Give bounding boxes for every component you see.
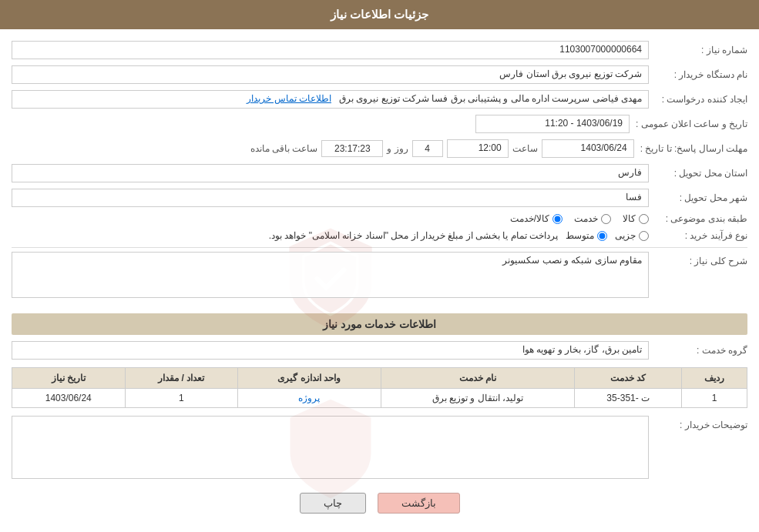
col-quantity: تعداد / مقدار [125,368,237,389]
need-number-label: شماره نیاز : [655,45,747,55]
department-label: نام دستگاه خریدار : [655,69,747,80]
announce-row: تاریخ و ساعت اعلان عمومی : 1403/06/19 - … [12,115,747,133]
category-option-kala: کالا [623,213,649,224]
remaining-time-group: 1403/06/24 ساعت 12:00 4 روز و 23:17:23 س… [250,139,634,158]
reply-deadline-row: مهلت ارسال پاسخ: تا تاریخ : 1403/06/24 س… [12,139,747,158]
creator-row: ایجاد کننده درخواست : مهدی فیاضی سرپرست … [12,90,747,109]
city-value: فسا [12,189,649,207]
process-motavasset-label: متوسط [566,230,594,241]
cell-service-name: تولید، انتقال و توزیع برق [381,389,575,408]
back-button[interactable]: بازگشت [378,493,460,514]
creator-label: ایجاد کننده درخواست : [655,94,747,105]
need-number-value: 1103007000000664 [12,41,649,59]
col-service-name: نام خدمت [381,368,575,389]
category-option-khadamat: خدمت [574,213,611,224]
reply-deadline-label: مهلت ارسال پاسخ: تا تاریخ : [640,143,747,154]
category-kala-khadamat-label: کالا/خدمت [510,213,549,224]
buyer-notes-label: توضیحات خریدار : [655,420,747,430]
process-option-motavasset: متوسط [566,230,607,241]
reply-remaining-label: ساعت باقی مانده [250,143,318,154]
creator-contact-link[interactable]: اطلاعات تماس خریدار [247,93,331,104]
process-label: نوع فرآیند خرید : [655,230,747,241]
service-group-value: تامین برق، گاز، بخار و تهویه هوا [12,341,649,360]
description-label: شرح کلی نیاز : [655,256,747,266]
process-radio-motavasset[interactable] [597,231,607,241]
reply-time-label: ساعت [512,143,538,154]
cell-date: 1403/06/24 [12,389,126,408]
main-content: شماره نیاز : 1103007000000664 نام دستگاه… [0,29,759,532]
buttons-row: بازگشت چاپ [12,493,747,514]
process-jozi-label: جزیی [615,230,636,241]
reply-date-value: 1403/06/24 [542,139,634,158]
description-value: مقاوم سازی شبکه و نصب سکسیونر [12,252,649,298]
page-title: جزئیات اطلاعات نیاز [331,8,428,21]
cell-row-num: 1 [682,389,747,408]
announce-label: تاریخ و ساعت اعلان عمومی : [636,119,747,129]
services-table-section: ردیف کد خدمت نام خدمت واحد اندازه گیری ت… [12,367,747,408]
reply-time-value: 12:00 [447,139,509,158]
description-row: شرح کلی نیاز : مقاوم سازی شبکه و نصب سکس… [12,252,747,306]
creator-text: مهدی فیاضی سرپرست اداره مالی و پشتیبانی … [339,93,642,104]
category-khadamat-label: خدمت [574,213,598,224]
cell-quantity: 1 [125,389,237,408]
process-row: نوع فرآیند خرید : جزیی متوسط پرداخت تمام… [12,230,747,241]
announce-value: 1403/06/19 - 11:20 [475,115,630,133]
reply-days-value: 4 [412,140,443,157]
category-kala-label: کالا [623,213,636,224]
col-date: تاریخ نیاز [12,368,126,389]
col-service-code: کد خدمت [575,368,682,389]
reply-remaining-value: 23:17:23 [321,140,383,157]
city-label: شهر محل تحویل : [655,192,747,203]
page-wrapper: جزئیات اطلاعات نیاز شماره نیاز : 1103007… [0,0,759,532]
category-label: طبقه بندی موضوعی : [655,213,747,224]
col-row-num: ردیف [682,368,747,389]
process-radio-jozi[interactable] [639,231,649,241]
buyer-notes-row: توضیحات خریدار : [12,416,747,481]
cell-service-code: ت -351-35 [575,389,682,408]
category-radio-group: کالا خدمت کالا/خدمت [510,213,649,224]
buyer-notes-shield-icon [284,395,377,503]
process-option-jozi: جزیی [615,230,649,241]
col-unit: واحد اندازه گیری [237,368,381,389]
divider-1 [12,247,747,248]
category-radio-kala-khadamat[interactable] [552,214,563,224]
table-row: 1 ت -351-35 تولید، انتقال و توزیع برق پر… [12,389,747,408]
department-value: شرکت توزیع نیروی برق استان فارس [12,65,649,84]
reply-days-label: روز و [387,143,408,154]
province-label: استان محل تحویل : [655,168,747,179]
province-row: استان محل تحویل : فارس [12,164,747,182]
province-value: فارس [12,164,649,182]
category-option-kala-khadamat: کالا/خدمت [510,213,563,224]
page-header: جزئیات اطلاعات نیاز [0,0,759,29]
buyer-notes-wrapper [12,416,649,481]
department-row: نام دستگاه خریدار : شرکت توزیع نیروی برق… [12,65,747,84]
services-section-header: اطلاعات خدمات مورد نیاز [12,313,747,335]
category-radio-khadamat[interactable] [601,214,611,224]
description-wrapper: مقاوم سازی شبکه و نصب سکسیونر [12,252,649,306]
table-header-row: ردیف کد خدمت نام خدمت واحد اندازه گیری ت… [12,368,747,389]
category-radio-kala[interactable] [639,214,649,224]
service-group-row: گروه خدمت : تامین برق، گاز، بخار و تهویه… [12,341,747,360]
need-number-row: شماره نیاز : 1103007000000664 [12,41,747,59]
city-row: شهر محل تحویل : فسا [12,189,747,207]
service-group-label: گروه خدمت : [655,345,747,356]
creator-value: مهدی فیاضی سرپرست اداره مالی و پشتیبانی … [12,90,649,109]
services-table: ردیف کد خدمت نام خدمت واحد اندازه گیری ت… [12,367,747,408]
category-row: طبقه بندی موضوعی : کالا خدمت کالا/خدمت [12,213,747,224]
